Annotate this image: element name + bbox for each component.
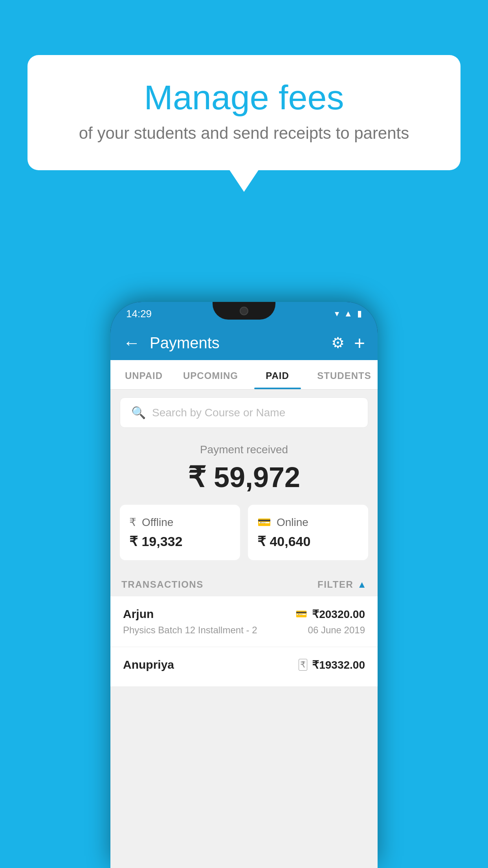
add-button[interactable]: + xyxy=(354,332,365,354)
wifi-icon: ▾ xyxy=(335,309,339,319)
bubble-subtitle: of your students and send receipts to pa… xyxy=(59,124,429,143)
offline-label: Offline xyxy=(142,516,173,529)
signal-icon: ▲ xyxy=(344,309,352,319)
speech-bubble-container: Manage fees of your students and send re… xyxy=(28,55,460,170)
tab-upcoming[interactable]: UPCOMING xyxy=(177,360,244,389)
transactions-header: TRANSACTIONS FILTER ▲ xyxy=(110,571,378,596)
tabs-bar: UNPAID UPCOMING PAID STUDENTS xyxy=(110,360,378,390)
status-time: 14:29 xyxy=(126,308,152,320)
filter-row[interactable]: FILTER ▲ xyxy=(317,579,367,590)
transaction-course: Physics Batch 12 Installment - 2 xyxy=(123,625,257,636)
transaction-payment-icon: ₹ xyxy=(299,659,307,671)
transactions-label: TRANSACTIONS xyxy=(121,579,204,590)
offline-card: ₹ Offline ₹ 19,332 xyxy=(120,505,240,560)
payment-cards: ₹ Offline ₹ 19,332 💳 Online ₹ 40,640 xyxy=(110,505,378,571)
payment-summary: Payment received ₹ 59,972 xyxy=(110,428,378,505)
transaction-item[interactable]: Anupriya ₹ ₹19332.00 xyxy=(110,647,378,687)
search-placeholder: Search by Course or Name xyxy=(152,406,285,419)
settings-button[interactable]: ⚙ xyxy=(331,334,345,351)
transaction-name: Arjun xyxy=(123,607,154,621)
search-bar[interactable]: 🔍 Search by Course or Name xyxy=(120,397,368,428)
transaction-item[interactable]: Arjun 💳 ₹20320.00 Physics Batch 12 Insta… xyxy=(110,596,378,647)
filter-label: FILTER xyxy=(317,579,353,590)
speech-bubble: Manage fees of your students and send re… xyxy=(28,55,460,170)
transaction-amount-wrap: ₹ ₹19332.00 xyxy=(299,658,365,671)
battery-icon: ▮ xyxy=(357,309,362,319)
transaction-amount: ₹19332.00 xyxy=(312,658,365,671)
offline-amount: ₹ 19,332 xyxy=(129,533,231,549)
camera xyxy=(240,307,248,315)
tab-unpaid[interactable]: UNPAID xyxy=(110,360,177,389)
filter-icon: ▲ xyxy=(357,579,367,590)
transaction-payment-icon: 💳 xyxy=(295,609,307,620)
back-button[interactable]: ← xyxy=(123,334,140,351)
card-icon: 💳 xyxy=(257,516,271,529)
transaction-name: Anupriya xyxy=(123,658,174,671)
online-label: Online xyxy=(277,516,308,529)
online-card: 💳 Online ₹ 40,640 xyxy=(248,505,368,560)
phone-notch xyxy=(213,302,275,320)
bubble-title: Manage fees xyxy=(59,79,429,117)
transaction-date: 06 June 2019 xyxy=(308,625,365,636)
phone-frame: 14:29 ▾ ▲ ▮ ← Payments ⚙ + UNPAID UPCOMI… xyxy=(110,302,378,868)
tab-paid[interactable]: PAID xyxy=(244,360,311,389)
transaction-amount-wrap: 💳 ₹20320.00 xyxy=(295,608,365,621)
phone-toolbar: ← Payments ⚙ + xyxy=(110,326,378,360)
online-amount: ₹ 40,640 xyxy=(257,533,359,549)
phone-screen: UNPAID UPCOMING PAID STUDENTS 🔍 Search b… xyxy=(110,360,378,868)
search-icon: 🔍 xyxy=(131,406,146,419)
toolbar-title: Payments xyxy=(150,334,322,352)
transaction-list: Arjun 💳 ₹20320.00 Physics Batch 12 Insta… xyxy=(110,596,378,687)
payment-received-label: Payment received xyxy=(120,443,368,456)
offline-icon: ₹ xyxy=(129,516,136,529)
transaction-amount: ₹20320.00 xyxy=(312,608,365,621)
status-icons: ▾ ▲ ▮ xyxy=(335,309,362,319)
status-bar: 14:29 ▾ ▲ ▮ xyxy=(110,302,378,326)
tab-students[interactable]: STUDENTS xyxy=(311,360,378,389)
payment-total-amount: ₹ 59,972 xyxy=(120,461,368,494)
